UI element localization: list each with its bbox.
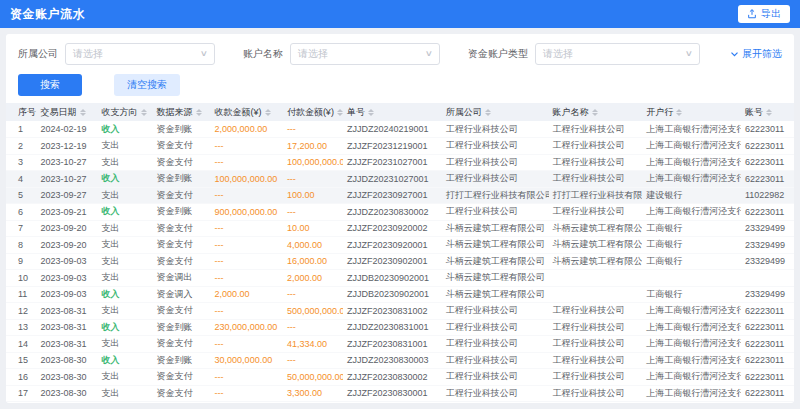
filter-company-select[interactable]: 请选择 ∨ [65,43,215,65]
cell-order: ZJJDZ20230830002 [343,204,442,221]
cell-bank: 上海工商银行漕河泾支行 [642,121,741,138]
cell-seq: 5 [6,187,37,204]
expand-filters-link[interactable]: 展开筛选 [730,47,782,61]
cell-accno: 23329499 [741,220,794,237]
filter-account-type-select[interactable]: 请选择 ∨ [535,43,700,65]
export-button-label: 导出 [761,7,781,21]
table-row[interactable]: 52023-09-27支出资金支付---100.00ZJJZF202309270… [6,187,794,204]
cell-accno: 62223011 [741,352,794,369]
cell-order: ZJJZF20230831001 [343,336,442,353]
cell-date: 2023-08-31 [37,303,98,320]
table-row[interactable]: 172023-08-30支出资金支付---3,300.00ZJJZF202308… [6,385,794,402]
filter-account-placeholder: 请选择 [298,47,328,61]
column-header-label: 数据来源 [157,107,193,117]
sort-caret-icon[interactable] [141,109,147,116]
cell-source: 资金到账 [153,352,211,369]
cell-direction: 支出 [98,303,153,320]
cell-source: 资金支付 [153,253,211,270]
sort-caret-icon[interactable] [676,109,682,116]
cell-accno [741,270,794,287]
cell-order: ZJJDZ20230831001 [343,319,442,336]
table-row[interactable]: 142023-08-31支出资金支付---41,334.00ZJJZF20230… [6,336,794,353]
sort-caret-icon[interactable] [196,109,202,116]
table-row[interactable]: 82023-09-20支出资金支付---4,000.00ZJJZF2023092… [6,237,794,254]
cell-source: 资金到账 [153,171,211,188]
cell-bank: 工商银行 [642,253,741,270]
cell-source: 资金支付 [153,187,211,204]
column-header-source[interactable]: 数据来源 [153,103,211,121]
column-header-label: 付款金额(¥) [287,107,334,117]
cell-account: 斗柄云建筑工程有限公司 [549,237,643,254]
sort-caret-icon[interactable] [80,109,86,116]
cell-account: 工程行业科技公司 [549,336,643,353]
cell-receipt: 100,000,000.00 [211,171,283,188]
cell-bank: 建设银行 [642,187,741,204]
cell-direction: 收入 [98,171,153,188]
table-row[interactable]: 132023-08-31收入资金到账230,000,000.00---ZJJDZ… [6,319,794,336]
cell-payment: 4,000.00 [283,237,343,254]
cell-bank: 上海工商银行漕河泾支行 [642,369,741,386]
column-header-label: 序号 [18,107,36,117]
cell-direction: 支出 [98,336,153,353]
cell-seq: 6 [6,204,37,221]
cell-company: 工程行业科技公司 [442,303,549,320]
cell-direction: 支出 [98,237,153,254]
table-row[interactable]: 92023-09-03支出资金支付---16,000.00ZJJZF202309… [6,253,794,270]
cell-date: 2023-09-21 [37,204,98,221]
table-row[interactable]: 162023-08-30支出资金支付---50,000,000.00ZJJZF2… [6,369,794,386]
cell-seq: 1 [6,121,37,138]
sort-caret-icon[interactable] [592,109,598,116]
table-row[interactable]: 102023-09-03支出资金调出---2,000.00ZJJDB202309… [6,270,794,287]
table-row[interactable]: 22023-12-19支出资金支付---17,200.00ZJJZF202312… [6,138,794,155]
table-row[interactable]: 72023-09-20支出资金支付---10.00ZJJZF2023092000… [6,220,794,237]
table-row[interactable]: 122023-08-31支出资金支付---500,000,000.00ZJJZF… [6,303,794,320]
filter-account-select[interactable]: 请选择 ∨ [290,43,440,65]
cell-seq: 7 [6,220,37,237]
sort-caret-icon[interactable] [485,109,491,116]
sort-caret-icon[interactable] [766,109,772,116]
sort-caret-icon[interactable] [368,109,374,116]
column-header-label: 收支方向 [102,107,138,117]
table-row[interactable]: 42023-10-27收入资金到账100,000,000.00---ZJJDZ2… [6,171,794,188]
cell-account: 工程行业科技公司 [549,138,643,155]
table-row[interactable]: 12024-02-19收入资金到账2,000,000.00---ZJJDZ202… [6,121,794,138]
column-header-accno[interactable]: 账号 [741,103,794,121]
column-header-order[interactable]: 单号 [343,103,442,121]
cell-source: 资金支付 [153,369,211,386]
table-row[interactable]: 62023-09-21收入资金到账900,000,000.00---ZJJDZ2… [6,204,794,221]
cell-date: 2023-12-19 [37,138,98,155]
column-header-payment[interactable]: 付款金额(¥) [283,103,343,121]
column-header-company[interactable]: 所属公司 [442,103,549,121]
cell-accno: 62223011 [741,154,794,171]
cell-payment: 41,334.00 [283,336,343,353]
cell-receipt: 900,000,000.00 [211,204,283,221]
chevron-down-icon: ∨ [685,50,693,58]
search-button[interactable]: 搜索 [18,74,82,96]
cell-company: 打打工程行业科技有限公司 [442,187,549,204]
table-row[interactable]: 112023-09-03收入资金调入2,000.00---ZJJDB202309… [6,286,794,303]
table-row[interactable]: 152023-08-30收入资金到账30,000,000.00---ZJJDZ2… [6,352,794,369]
cell-date: 2023-09-20 [37,220,98,237]
cell-accno: 23329499 [741,253,794,270]
cell-receipt: --- [211,253,283,270]
cell-payment: 16,000.00 [283,253,343,270]
column-header-account[interactable]: 账户名称 [549,103,643,121]
column-header-bank[interactable]: 开户行 [642,103,741,121]
filter-account: 账户名称 请选择 ∨ [243,43,440,65]
cell-source: 资金支付 [153,237,211,254]
column-header-date[interactable]: 交易日期 [37,103,98,121]
table-row[interactable]: 32023-10-27支出资金支付---100,000,000.00ZJJZF2… [6,154,794,171]
cell-seq: 2 [6,138,37,155]
cell-company: 工程行业科技公司 [442,369,549,386]
cell-direction: 支出 [98,385,153,402]
column-header-receipt[interactable]: 收款金额(¥) [211,103,283,121]
sort-caret-icon[interactable] [265,109,271,116]
cell-seq: 15 [6,352,37,369]
expand-filters-label: 展开筛选 [742,47,782,61]
sort-caret-icon[interactable] [337,109,343,116]
cell-date: 2023-10-27 [37,171,98,188]
cell-direction: 支出 [98,270,153,287]
export-button[interactable]: 导出 [738,5,790,23]
clear-search-button[interactable]: 清空搜索 [114,74,180,96]
column-header-direction[interactable]: 收支方向 [98,103,153,121]
